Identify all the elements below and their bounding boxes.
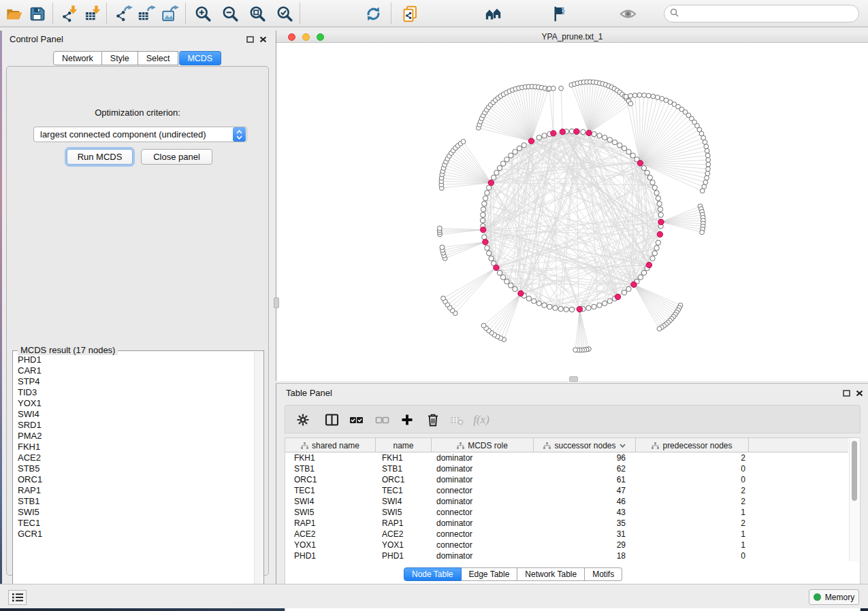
table-cell[interactable]: STB1	[376, 463, 432, 474]
table-cell[interactable]: SWI5	[376, 507, 432, 518]
fit-content-icon[interactable]	[246, 3, 268, 24]
table-cell[interactable]: 0	[636, 550, 749, 561]
mcds-result-item[interactable]: FKH1	[18, 442, 254, 452]
zoom-in-icon[interactable]	[192, 3, 214, 24]
mcds-result-item[interactable]: TID3	[18, 387, 254, 398]
table-row[interactable]: ORC1ORC1dominator610	[285, 474, 848, 485]
float-table-panel-icon[interactable]	[841, 389, 851, 397]
mcds-result-item[interactable]: STB5	[18, 463, 254, 474]
tab-mcds[interactable]: MCDS	[179, 51, 221, 65]
table-cell[interactable]: 43	[534, 507, 636, 518]
table-row[interactable]: STB1STB1dominator620	[285, 463, 848, 474]
mcds-result-item[interactable]: GCR1	[18, 529, 254, 540]
float-panel-icon[interactable]	[245, 35, 255, 44]
column-header-successor-nodes[interactable]: successor nodes	[534, 438, 636, 452]
mcds-result-item[interactable]: YOX1	[18, 398, 254, 409]
table-cell[interactable]: dominator	[432, 496, 534, 507]
export-image-icon[interactable]	[159, 3, 181, 24]
table-settings-icon[interactable]	[294, 412, 312, 427]
panel-splitter-handle[interactable]	[274, 297, 279, 308]
table-cell[interactable]: SWI5	[285, 507, 376, 518]
open-session-icon[interactable]	[3, 3, 25, 24]
tab-node-table[interactable]: Node Table	[404, 567, 462, 581]
select-all-icon[interactable]	[347, 412, 365, 427]
import-network-icon[interactable]	[59, 3, 81, 24]
network-analyzer-icon[interactable]	[482, 3, 504, 24]
search-input[interactable]	[682, 9, 846, 18]
table-cell[interactable]: PHD1	[285, 550, 376, 561]
tab-select[interactable]: Select	[138, 51, 179, 65]
table-cell[interactable]: 2	[636, 485, 749, 496]
table-cell[interactable]: dominator	[432, 474, 534, 485]
table-cell[interactable]: 2	[636, 496, 749, 507]
network-canvas[interactable]	[277, 43, 868, 381]
mcds-result-list[interactable]: PHD1CAR1STP4TID3YOX1SWI4SRD1PMA2FKH1ACE2…	[14, 353, 254, 597]
table-cell[interactable]: YOX1	[285, 540, 376, 550]
zoom-out-icon[interactable]	[219, 3, 241, 24]
column-header-name[interactable]: name	[376, 438, 432, 452]
search-field[interactable]	[664, 5, 859, 22]
table-cell[interactable]: dominator	[432, 550, 534, 561]
table-cell[interactable]: 47	[534, 485, 636, 496]
show-panels-button[interactable]	[8, 590, 27, 605]
table-cell[interactable]: connector	[432, 485, 534, 496]
mcds-result-item[interactable]: STB1	[18, 496, 254, 507]
column-header-mcds-role[interactable]: MCDS role	[432, 438, 534, 452]
table-cell[interactable]: dominator	[432, 463, 534, 474]
table-cell[interactable]: 29	[534, 540, 636, 550]
mcds-result-item[interactable]: SWI5	[18, 507, 254, 518]
table-row[interactable]: RAP1RAP1dominator352	[285, 518, 848, 529]
table-cell[interactable]: 1	[636, 507, 749, 518]
close-panel-button[interactable]: Close panel	[141, 149, 212, 165]
show-columns-icon[interactable]	[323, 412, 340, 427]
table-cell[interactable]: 0	[636, 474, 749, 485]
tab-motifs[interactable]: Motifs	[585, 567, 622, 581]
table-cell[interactable]: connector	[432, 507, 534, 518]
table-row[interactable]: TEC1TEC1connector472	[285, 485, 848, 496]
table-cell[interactable]: dominator	[432, 518, 534, 529]
table-cell[interactable]: FKH1	[376, 452, 432, 463]
mcds-result-item[interactable]: CAR1	[18, 365, 254, 376]
mcds-result-item[interactable]: STP4	[18, 376, 254, 387]
table-scrollbar-thumb[interactable]	[852, 441, 857, 501]
network-window-titlebar[interactable]: YPA_prune.txt_1	[276, 31, 868, 43]
table-cell[interactable]: 62	[534, 463, 636, 474]
criterion-select[interactable]: largest connected component (undirected)	[33, 127, 247, 142]
table-cell[interactable]: RAP1	[285, 518, 376, 529]
column-header-shared-name[interactable]: shared name	[285, 438, 376, 452]
table-cell[interactable]: ORC1	[376, 474, 432, 485]
mcds-result-item[interactable]: TEC1	[18, 518, 254, 529]
table-cell[interactable]: 61	[534, 474, 636, 485]
table-cell[interactable]: 1	[636, 529, 749, 540]
column-header-predecessor-nodes[interactable]: predecessor nodes	[636, 438, 749, 452]
mcds-result-item[interactable]: SWI4	[18, 409, 254, 420]
import-table-icon[interactable]	[82, 3, 104, 24]
table-cell[interactable]: dominator	[432, 452, 534, 463]
mcds-result-item[interactable]: PHD1	[18, 354, 254, 365]
table-cell[interactable]: ACE2	[376, 529, 432, 540]
table-cell[interactable]: TEC1	[285, 485, 376, 496]
table-row[interactable]: YOX1YOX1connector291	[285, 540, 848, 550]
table-cell[interactable]: YOX1	[376, 540, 432, 550]
table-scrollbar[interactable]	[849, 439, 859, 561]
show-graphics-details-icon[interactable]	[617, 3, 639, 24]
table-cell[interactable]: TEC1	[376, 485, 432, 496]
table-cell[interactable]: connector	[432, 529, 534, 540]
hide-graphics-details-icon[interactable]	[549, 3, 570, 24]
table-row[interactable]: SWI5SWI5connector431	[285, 507, 848, 518]
table-cell[interactable]: RAP1	[376, 518, 432, 529]
mcds-result-item[interactable]: RAP1	[18, 485, 254, 496]
table-cell[interactable]: 96	[534, 452, 636, 463]
table-cell[interactable]: STB1	[285, 463, 376, 474]
table-cell[interactable]: connector	[432, 540, 534, 550]
table-cell[interactable]: FKH1	[285, 452, 376, 463]
delete-column-icon[interactable]	[424, 412, 442, 427]
export-network-icon[interactable]	[113, 3, 135, 24]
tab-network-table[interactable]: Network Table	[517, 567, 585, 581]
mcds-result-item[interactable]: ORC1	[18, 474, 254, 485]
add-column-icon[interactable]	[398, 412, 416, 427]
table-cell[interactable]: PHD1	[376, 550, 432, 561]
close-panel-icon[interactable]	[258, 35, 268, 44]
tab-edge-table[interactable]: Edge Table	[462, 567, 518, 581]
export-table-icon[interactable]	[136, 3, 158, 24]
